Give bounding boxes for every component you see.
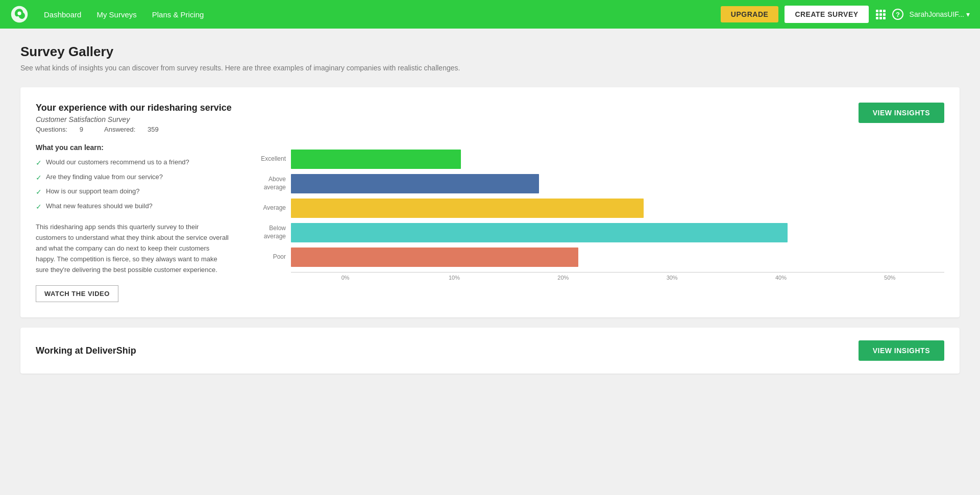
logo[interactable] — [10, 5, 29, 23]
upgrade-button[interactable]: UPGRADE — [721, 6, 779, 22]
view-insights-button-1[interactable]: VIEW INSIGHTS — [859, 103, 944, 123]
user-dropdown-icon: ▾ — [966, 10, 970, 18]
chart-bar — [291, 199, 644, 218]
svg-point-1 — [17, 12, 21, 15]
learn-item-1: Are they finding value from our service? — [46, 172, 163, 182]
card-header-1: Your experience with our ridesharing ser… — [36, 103, 944, 133]
page-subtitle: See what kinds of insights you can disco… — [20, 64, 960, 72]
card-body-1: What you can learn: ✓ Would our customer… — [36, 143, 944, 302]
card-subtitle-1: Customer Satisfaction Survey — [36, 115, 232, 123]
help-icon[interactable]: ? — [892, 9, 903, 20]
learn-title: What you can learn: — [36, 143, 230, 152]
check-icon: ✓ — [36, 158, 42, 168]
chart-bar-wrap — [291, 197, 944, 219]
chart-bar — [291, 174, 539, 193]
check-icon: ✓ — [36, 202, 42, 212]
card-info-1: Your experience with our ridesharing ser… — [36, 103, 232, 133]
chart-row: Excellent — [250, 148, 944, 170]
watch-video-button[interactable]: WATCH THE VIDEO — [36, 285, 118, 302]
preview-title-2: Working at DeliverShip — [36, 345, 136, 356]
list-item: ✓ Would our customers recommend us to a … — [36, 158, 230, 168]
user-menu[interactable]: SarahJonasUIF... ▾ — [910, 10, 970, 18]
svg-rect-7 — [883, 13, 886, 16]
navbar-right: UPGRADE CREATE SURVEY ? SarahJonasUIF.. — [721, 6, 970, 23]
list-item: ✓ How is our support team doing? — [36, 187, 230, 197]
chart-x-tick: 30% — [618, 273, 726, 281]
chart-bar-wrap — [291, 222, 944, 243]
svg-rect-3 — [879, 10, 882, 12]
user-name-label: SarahJonasUIF... — [910, 10, 964, 18]
survey-card-1: Your experience with our ridesharing ser… — [20, 87, 960, 317]
svg-rect-9 — [879, 17, 882, 19]
survey-card-2: Working at DeliverShip VIEW INSIGHTS — [20, 328, 960, 374]
chart-x-tick: 20% — [509, 273, 618, 281]
card-description-1: This ridesharing app sends this quarterl… — [36, 222, 230, 275]
chart-row: Below average — [250, 222, 944, 243]
view-insights-button-2[interactable]: VIEW INSIGHTS — [859, 340, 944, 361]
svg-rect-2 — [876, 10, 878, 12]
chart-bar-label: Poor — [250, 253, 291, 261]
check-icon: ✓ — [36, 173, 42, 183]
answered-value: 359 — [148, 126, 159, 133]
svg-rect-5 — [876, 13, 878, 16]
chart-x-tick: 50% — [836, 273, 944, 281]
learn-item-3: What new features should we build? — [46, 202, 153, 211]
chart-bar — [291, 247, 578, 267]
navbar: Dashboard My Surveys Plans & Pricing UPG… — [0, 0, 980, 29]
questions-label: Questions: — [36, 126, 67, 133]
card-left-1: What you can learn: ✓ Would our customer… — [36, 143, 230, 302]
chart-area-1: ExcellentAbove averageAverageBelow avera… — [250, 143, 944, 302]
list-item: ✓ Are they finding value from our servic… — [36, 172, 230, 183]
nav-my-surveys[interactable]: My Surveys — [96, 10, 136, 19]
check-icon: ✓ — [36, 187, 42, 197]
chart-x-tick: 0% — [291, 273, 400, 281]
chart-bar-wrap — [291, 246, 944, 268]
list-item: ✓ What new features should we build? — [36, 202, 230, 212]
chart-bar-label: Above average — [250, 176, 291, 191]
grid-icon[interactable] — [875, 9, 886, 20]
chart-bar — [291, 223, 788, 242]
chart-bar-label: Below average — [250, 225, 291, 240]
chart-bar — [291, 150, 461, 169]
learn-item-0: Would our customers recommend us to a fr… — [46, 158, 189, 167]
chart-bar-label: Average — [250, 204, 291, 212]
questions-value: 9 — [80, 126, 83, 133]
nav-plans-pricing[interactable]: Plans & Pricing — [152, 10, 204, 19]
chart-x-tick: 10% — [400, 273, 508, 281]
card-title-1: Your experience with our ridesharing ser… — [36, 103, 232, 113]
nav-dashboard[interactable]: Dashboard — [44, 10, 81, 19]
create-survey-button[interactable]: CREATE SURVEY — [785, 6, 868, 23]
svg-rect-6 — [879, 13, 882, 16]
chart-container: ExcellentAbove averageAverageBelow avera… — [250, 143, 944, 281]
learn-list: ✓ Would our customers recommend us to a … — [36, 158, 230, 212]
chart-row: Poor — [250, 246, 944, 268]
chart-x-tick: 40% — [726, 273, 835, 281]
card-meta-1: Questions: 9 Answered: 359 — [36, 126, 232, 133]
svg-text:?: ? — [896, 11, 900, 18]
chart-bar-wrap — [291, 173, 944, 194]
chart-row: Average — [250, 197, 944, 219]
chart-x-axis: 0%10%20%30%40%50% — [291, 272, 944, 281]
page-content: Survey Gallery See what kinds of insight… — [0, 29, 980, 389]
answered-label: Answered: — [104, 126, 135, 133]
page-title: Survey Gallery — [20, 44, 960, 60]
svg-rect-4 — [883, 10, 886, 12]
chart-bar-wrap — [291, 148, 944, 170]
svg-rect-10 — [883, 17, 886, 19]
chart-bar-label: Excellent — [250, 155, 291, 163]
chart-row: Above average — [250, 173, 944, 194]
svg-rect-8 — [876, 17, 878, 19]
learn-item-2: How is our support team doing? — [46, 187, 140, 196]
